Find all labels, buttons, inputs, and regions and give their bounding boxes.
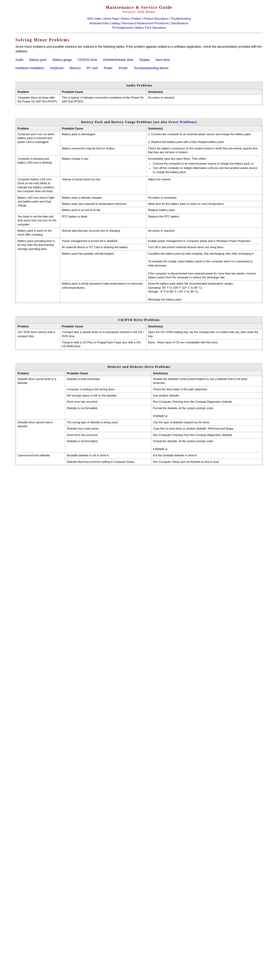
- cddvd-col-problem: Problem: [16, 324, 60, 329]
- power-problems-link[interactable]: Power Problems: [169, 120, 196, 124]
- list-item: Connect the computer to an external powe…: [153, 162, 261, 165]
- link-memory[interactable]: Memory: [70, 66, 81, 70]
- page-title: Solving Minor Problems: [16, 38, 262, 42]
- main-title: Maintenance & Service Guide: [16, 5, 262, 10]
- audio-solution-1: No action is required.: [147, 94, 262, 105]
- battery-problem-6: Battery pack is warm to the touch after …: [16, 228, 60, 238]
- diskette-cause-2d: Diskette is not formatted.: [65, 438, 152, 452]
- diskette-problem-1: Diskette drive cannot write to a diskett…: [16, 376, 65, 419]
- link-printer[interactable]: Printer: [118, 66, 128, 70]
- diskette-cause-1e: Diskette is not formatted.: [65, 405, 152, 419]
- diskette-cause-3a: Bootable diskette is not in drive A.: [65, 452, 152, 459]
- audio-table-section: Audio Problems Problem Probable Cause So…: [16, 81, 262, 105]
- link-display[interactable]: Display: [139, 58, 150, 62]
- battery-problem-1: Computer won't turn on when battery pack…: [16, 131, 60, 156]
- table-row: CD / DVD drive cannot read a compact dis…: [16, 329, 262, 339]
- link-battery-gauge[interactable]: Battery gauge: [52, 58, 72, 62]
- link-diskette[interactable]: Diskette/diskette drive: [103, 58, 133, 62]
- diskette-cause-1b: Computer is writing to the wrong drive.: [65, 386, 152, 392]
- cddvd-cause-1b: Trying to read a CD Plus or PregapTrack …: [60, 339, 147, 350]
- diskette-problem-2: Diskette drive cannot read a diskette.: [16, 419, 65, 452]
- intro-text: Some minor problems and possible solutio…: [16, 45, 262, 54]
- nav-product-desc[interactable]: Product Description: [144, 17, 168, 20]
- list-item: Turn off the computer or initiate Hibern…: [153, 166, 261, 174]
- link-hardware[interactable]: Hardware installation: [16, 66, 44, 70]
- nav-removal[interactable]: Removal & Replacement Procedures: [122, 22, 169, 25]
- cddvd-table: Problem Probable Cause Solution(s) CD / …: [16, 323, 262, 350]
- battery-cause-3: Volume is turned down too low.: [60, 177, 147, 195]
- link-battery-pack[interactable]: Battery pack: [29, 58, 47, 62]
- table-row: Diskette drive cannot write to a diskett…: [16, 376, 262, 386]
- nav-parts-catalog[interactable]: Illustrated Parts Catalog: [90, 22, 120, 25]
- nav-msg-index[interactable]: MSG Index: [87, 17, 101, 20]
- cddvd-table-title: CD/DVD Drive Problems: [16, 316, 262, 323]
- battery-problem-2: Computer is beeping and battery LED icon…: [16, 156, 60, 177]
- diskette-solution-2d: Format the diskette. At the system promp…: [152, 438, 262, 452]
- cddvd-col-cause: Probable Cause: [60, 324, 147, 329]
- link-keyboard[interactable]: Keyboard: [50, 66, 63, 70]
- battery-cause-7d: Battery pack is being exposed to high te…: [60, 281, 147, 303]
- diskette-cause-2b: Diskette has a bad sector.: [65, 426, 152, 432]
- nav-troubleshooting[interactable]: Troubleshooting: [171, 17, 191, 20]
- audio-table-container: Audio Problems Problem Probable Cause So…: [16, 81, 262, 105]
- nav-notice[interactable]: Notice: [121, 17, 129, 20]
- battery-cause-2: Battery charge is low.: [60, 156, 147, 177]
- link-audio[interactable]: Audio: [16, 58, 24, 62]
- battery-col-problem: Problem: [16, 126, 60, 131]
- battery-solution-4b: Allow time for the battery pack to retur…: [147, 201, 262, 207]
- diskette-col-cause: Probable Cause: [65, 371, 152, 376]
- battery-solution-4a: No action is necessary.: [147, 194, 262, 201]
- table-row: Computer won't turn on when battery pack…: [16, 131, 262, 145]
- nav-battery-ops[interactable]: Battery Pack Operations: [136, 26, 166, 29]
- link-touchpad[interactable]: Touchpad/pointing device: [134, 66, 168, 70]
- diskette-solution-1a: Disable the diskette's write-protect fea…: [152, 376, 262, 386]
- battery-cause-7a: Power management is turned off or disabl…: [60, 238, 147, 244]
- diskette-col-problem: Problem: [16, 371, 65, 376]
- page-header: Maintenance & Service Guide Presario 166…: [16, 5, 262, 14]
- diskette-solution-2a: Use the type of diskette required by the…: [152, 419, 262, 425]
- audio-col-solution: Solution(s): [147, 89, 262, 94]
- battery-solution-3: Adjust the volume.: [147, 177, 262, 195]
- diskette-solution-1d: Run Computer Checkup from the Compaq Dia…: [152, 399, 262, 405]
- nav-home[interactable]: Home Page: [104, 17, 118, 20]
- link-cddvd[interactable]: CD/DVD drive: [78, 58, 97, 62]
- audio-table-header-row: Problem Probable Cause Solution(s): [16, 89, 262, 94]
- battery-cause-7b: An external device or PC Card is drainin…: [60, 244, 147, 250]
- battery-solution-7c: Condition the battery pack by fully char…: [147, 250, 262, 281]
- battery-solution-1b: Check the battery connectors on the syst…: [147, 145, 262, 156]
- battery-table-title: Battery Pack and Battery Gauge Problems …: [16, 118, 262, 126]
- nav-pin-assignments[interactable]: Pin Assignments: [112, 26, 133, 29]
- cddvd-table-section: CD/DVD Drive Problems Problem Probable C…: [16, 316, 262, 350]
- cddvd-table-container: CD/DVD Drive Problems Problem Probable C…: [16, 316, 262, 350]
- battery-cause-1a: Battery pack is discharged.: [60, 131, 147, 145]
- subtitle: Presario 1660 Model: [16, 10, 262, 14]
- battery-cause-6: Normal warming has occurred due to charg…: [60, 228, 147, 238]
- battery-solution-1a: 1. Connect the computer to an external p…: [147, 131, 262, 145]
- diskette-solution-1c: Use another diskette.: [152, 392, 262, 399]
- diskette-solution-1e: Format the diskette. At the system promp…: [152, 405, 262, 419]
- nav-specifications[interactable]: Specifications: [171, 22, 188, 25]
- diskette-header-row: Problem Probable Cause Solution(s): [16, 371, 262, 376]
- diskette-solution-3b: Run Computer Setup and set diskette as f…: [152, 459, 262, 465]
- battery-cause-5: RTC battery is dead.: [60, 213, 147, 228]
- nav-line3: Pin Assignments | Battery Pack Operation…: [112, 26, 166, 29]
- diskette-table: Problem Probable Cause Solution(s) Diske…: [16, 371, 262, 465]
- battery-cause-4c: Battery pack is at end of its life.: [60, 207, 147, 213]
- quick-links-row2: Hardware installation Keyboard Memory PC…: [16, 65, 262, 71]
- table-row: Battery LED icon doesn't light and batte…: [16, 194, 262, 201]
- cddvd-col-solution: Solution(s): [147, 324, 262, 329]
- table-row: Computer battery LED icon (front on the …: [16, 177, 262, 195]
- table-row: Cannot boot from diskette. Bootable disk…: [16, 452, 262, 459]
- divider-1: [16, 33, 262, 33]
- battery-solution-7a: Enable power management in Computer Setu…: [147, 238, 262, 244]
- link-power[interactable]: Power: [104, 66, 113, 70]
- nav-preface[interactable]: Preface: [131, 17, 141, 20]
- audio-table: Problem Probable Cause Solution(s) Compu…: [16, 89, 262, 105]
- diskette-solution-2c: Run Computer Checkup from the Compaq Dia…: [152, 432, 262, 438]
- battery-problem-4: Battery LED icon doesn't light and batte…: [16, 194, 60, 213]
- table-row: Battery pack is warm to the touch after …: [16, 228, 262, 238]
- link-hard-drive[interactable]: Hard drive: [155, 58, 170, 62]
- link-pc-card[interactable]: PC card: [87, 66, 98, 70]
- audio-problem-1: Computer does not beep after the Power-O…: [16, 94, 60, 105]
- battery-cause-1b: Battery connectors may be bent or broken…: [60, 145, 147, 156]
